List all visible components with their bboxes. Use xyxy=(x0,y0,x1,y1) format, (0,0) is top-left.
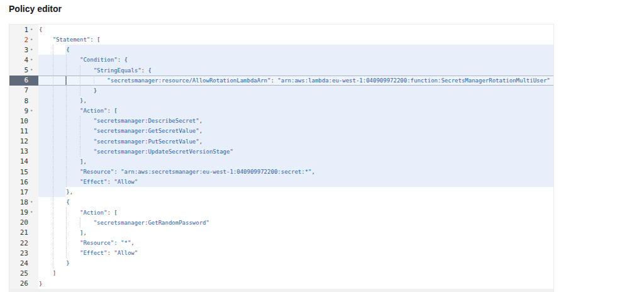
code-line-content[interactable]: "secretsmanager:UpdateSecretVersionStage… xyxy=(38,147,553,157)
code-line-content[interactable]: "Statement": [ xyxy=(38,35,553,45)
line-number-cell[interactable]: 8 xyxy=(9,96,38,106)
code-punctuation-token: , xyxy=(199,128,203,134)
code-punctuation-token: : xyxy=(107,179,114,185)
code-rows: 1▾{2▾"Statement": [3▾{4▾"Condition": {5▾… xyxy=(9,25,553,289)
code-punctuation-token: { xyxy=(66,47,69,53)
code-line-content[interactable]: "Action": [ xyxy=(38,106,553,116)
code-punctuation-token: : xyxy=(107,250,114,256)
code-line: 6"secretsmanager:resource/AllowRotationL… xyxy=(9,76,553,86)
line-number-cell[interactable]: 12 xyxy=(9,137,38,147)
line-number-cell[interactable]: 3▾ xyxy=(9,45,38,55)
fold-toggle-icon[interactable]: ▾ xyxy=(28,38,38,42)
fold-toggle-icon[interactable]: ▾ xyxy=(28,210,38,215)
code-line: 3▾{ xyxy=(9,45,553,55)
line-number-cell[interactable]: 2▾ xyxy=(9,35,38,45)
code-string-token: "arn:aws:secretsmanager:eu-west-1:040909… xyxy=(121,169,311,175)
indent-guide xyxy=(53,116,67,126)
code-line-content[interactable]: }, xyxy=(38,96,553,106)
code-line-content[interactable]: "Condition": { xyxy=(38,55,553,65)
code-punctuation-token: : [ xyxy=(107,108,117,114)
fold-toggle-icon[interactable]: ▾ xyxy=(28,68,38,72)
line-number: 26 xyxy=(20,279,28,288)
code-string-token: "Statement" xyxy=(53,36,91,43)
code-line-content[interactable]: } xyxy=(38,258,553,268)
indent-guide xyxy=(80,86,94,96)
line-number-cell[interactable]: 9▾ xyxy=(9,106,38,116)
code-line: 15"Resource": "arn:aws:secretsmanager:eu… xyxy=(9,167,553,177)
code-line-content[interactable]: "Effect": "Allow" xyxy=(38,248,553,258)
line-number-cell[interactable]: 20 xyxy=(9,218,38,228)
line-number-cell[interactable]: 22 xyxy=(9,238,38,248)
fold-toggle-icon[interactable]: ▾ xyxy=(28,28,38,32)
code-punctuation-token: }, xyxy=(66,189,73,195)
code-line-content[interactable]: "StringEquals": { xyxy=(38,65,553,76)
line-number-cell[interactable]: 6 xyxy=(9,76,38,86)
line-number-cell[interactable]: 19▾ xyxy=(9,208,38,218)
indent-guide xyxy=(39,55,53,65)
code-line-content[interactable]: "secretsmanager:GetRandomPassword" xyxy=(38,218,553,228)
indent-guide xyxy=(39,248,53,258)
code-line-content[interactable]: "Action": [ xyxy=(38,208,553,218)
code-punctuation-token: { xyxy=(39,26,42,33)
code-line-content[interactable]: "secretsmanager:resource/AllowRotationLa… xyxy=(38,76,553,86)
line-number-cell[interactable]: 17 xyxy=(9,187,38,197)
code-line-content[interactable]: ] xyxy=(38,268,553,278)
line-number: 18 xyxy=(20,198,28,206)
code-line-content[interactable]: "Effect": "Allow" xyxy=(38,177,553,187)
line-number-cell[interactable]: 18▾ xyxy=(9,197,38,207)
line-number: 13 xyxy=(20,147,28,155)
line-number-cell[interactable]: 1▾ xyxy=(9,25,38,35)
code-punctuation-token: , xyxy=(199,138,203,145)
line-number-cell[interactable]: 26 xyxy=(9,279,38,289)
line-number-cell[interactable]: 5▾ xyxy=(9,65,38,76)
line-number-cell[interactable]: 16 xyxy=(9,177,38,187)
line-number: 19 xyxy=(20,208,28,216)
code-line-content[interactable]: { xyxy=(38,197,553,207)
code-line-content[interactable]: { xyxy=(38,25,553,35)
indent-guide xyxy=(66,76,80,86)
line-number-cell[interactable]: 24 xyxy=(9,258,38,268)
code-line-content[interactable]: { xyxy=(38,45,553,55)
line-number-cell[interactable]: 11 xyxy=(9,126,38,136)
horizontal-scrollbar[interactable] xyxy=(9,289,553,292)
fold-toggle-icon[interactable]: ▾ xyxy=(28,58,38,62)
fold-toggle-icon[interactable]: ▾ xyxy=(28,200,38,205)
indent-guide xyxy=(53,55,67,65)
indent-guide xyxy=(39,45,53,55)
code-line-content[interactable]: }, xyxy=(38,187,553,197)
indent-guide xyxy=(53,106,67,116)
fold-toggle-icon[interactable]: ▾ xyxy=(28,48,38,52)
code-line-content[interactable]: } xyxy=(38,86,553,96)
code-line-content[interactable]: ], xyxy=(38,157,553,167)
line-number-cell[interactable]: 7 xyxy=(9,86,38,96)
line-number-cell[interactable]: 21 xyxy=(9,228,38,238)
indent-guide xyxy=(66,86,80,96)
code-line: 8}, xyxy=(9,96,553,106)
code-line-content[interactable]: "Resource": "arn:aws:secretsmanager:eu-w… xyxy=(38,167,553,177)
code-line-content[interactable]: "Resource": "*", xyxy=(38,238,553,248)
code-string-token: "Effect" xyxy=(80,250,107,256)
indent-guide xyxy=(39,228,53,238)
line-number-cell[interactable]: 10 xyxy=(9,116,38,126)
code-punctuation-token: : [ xyxy=(90,36,100,43)
code-line-content[interactable]: ], xyxy=(38,228,553,238)
line-number: 12 xyxy=(20,137,28,145)
code-line-content[interactable]: } xyxy=(38,279,553,289)
indent-guide xyxy=(53,197,67,207)
code-line-content[interactable]: "secretsmanager:DescribeSecret", xyxy=(38,116,553,126)
indent-guide xyxy=(39,76,53,86)
line-number-cell[interactable]: 23 xyxy=(9,248,38,258)
indent-guide xyxy=(53,126,67,136)
code-line-content[interactable]: "secretsmanager:PutSecretValue", xyxy=(38,137,553,147)
line-number-cell[interactable]: 14 xyxy=(9,157,38,167)
code-punctuation-token: ], xyxy=(80,230,87,236)
indent-guide xyxy=(39,208,53,218)
policy-editor[interactable]: 1▾{2▾"Statement": [3▾{4▾"Condition": {5▾… xyxy=(9,24,554,292)
line-number-cell[interactable]: 15 xyxy=(9,167,38,177)
line-number: 24 xyxy=(20,259,28,267)
fold-toggle-icon[interactable]: ▾ xyxy=(28,109,38,113)
code-line-content[interactable]: "secretsmanager:GetSecretValue", xyxy=(38,126,553,136)
line-number-cell[interactable]: 4▾ xyxy=(9,55,38,65)
line-number-cell[interactable]: 13 xyxy=(9,147,38,157)
line-number-cell[interactable]: 25 xyxy=(9,268,38,278)
